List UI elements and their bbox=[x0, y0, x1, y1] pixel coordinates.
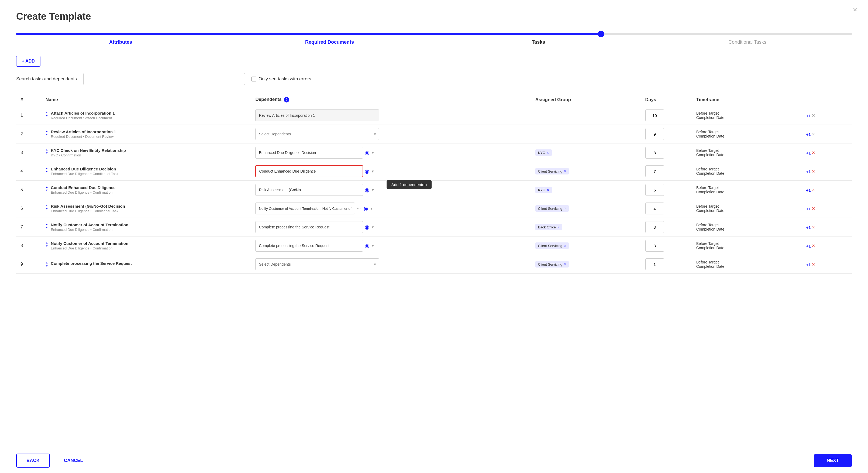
dependent-input[interactable] bbox=[255, 240, 363, 252]
clear-dependent-button[interactable]: ◉ bbox=[365, 187, 369, 193]
up-arrow[interactable]: ▲ bbox=[45, 261, 48, 264]
down-arrow[interactable]: ▼ bbox=[45, 207, 48, 210]
row-arrows[interactable]: ▲ ▼ bbox=[45, 129, 48, 136]
delete-row-button[interactable]: × bbox=[812, 206, 815, 212]
dependent-select[interactable]: Select Dependents bbox=[255, 128, 379, 140]
delete-row-button[interactable]: × bbox=[812, 131, 815, 137]
down-arrow[interactable]: ▼ bbox=[45, 265, 48, 267]
row-arrows[interactable]: ▲ ▼ bbox=[45, 261, 48, 267]
clear-dependent-button[interactable]: ◉ bbox=[365, 149, 369, 156]
row-name-cell: ▲ ▼ Notify Customer of Account Terminati… bbox=[41, 218, 251, 237]
remove-group-button[interactable]: × bbox=[564, 169, 566, 173]
row-actions: +1 × bbox=[802, 255, 852, 274]
step-tasks[interactable]: Tasks bbox=[434, 39, 643, 45]
delete-row-button[interactable]: × bbox=[812, 150, 815, 156]
close-button[interactable]: × bbox=[853, 5, 857, 14]
days-input[interactable] bbox=[645, 147, 664, 158]
add-dependent-button[interactable]: +1 bbox=[806, 225, 811, 230]
dependent-input[interactable] bbox=[255, 110, 379, 121]
col-days: Days bbox=[641, 94, 692, 106]
down-arrow[interactable]: ▼ bbox=[45, 152, 48, 154]
up-arrow[interactable]: ▲ bbox=[45, 185, 48, 188]
down-arrow[interactable]: ▼ bbox=[45, 189, 48, 192]
clear-dependent-button[interactable]: ◉ bbox=[365, 242, 369, 249]
row-arrows[interactable]: ▲ ▼ bbox=[45, 167, 48, 173]
days-input[interactable] bbox=[645, 165, 664, 177]
row-name-cell: ▲ ▼ Review Articles of Incorporation 1 R… bbox=[41, 125, 251, 144]
progress-dot bbox=[598, 31, 604, 37]
add-dependent-button[interactable]: +1 bbox=[806, 188, 811, 193]
clear-dependent-button[interactable]: ◉ bbox=[363, 205, 368, 212]
add-dependent-button[interactable]: +1 bbox=[806, 132, 811, 137]
days-input[interactable] bbox=[645, 258, 664, 270]
errors-filter-checkbox[interactable] bbox=[251, 77, 256, 82]
row-arrows[interactable]: ▲ ▼ bbox=[45, 241, 48, 247]
up-arrow[interactable]: ▲ bbox=[45, 204, 48, 207]
add-dependent-button[interactable]: +1 bbox=[806, 151, 811, 155]
row-arrows[interactable]: ▲ ▼ bbox=[45, 111, 48, 117]
dependent-input[interactable] bbox=[255, 203, 355, 214]
step-required-documents[interactable]: Required Documents bbox=[225, 39, 434, 45]
down-arrow[interactable]: ▼ bbox=[45, 226, 48, 229]
remove-group-button[interactable]: × bbox=[547, 188, 549, 192]
more-dependents-button[interactable]: ··· bbox=[356, 206, 361, 211]
dependent-input[interactable] bbox=[255, 221, 363, 233]
delete-row-button[interactable]: × bbox=[812, 113, 815, 119]
remove-group-button[interactable]: × bbox=[564, 262, 566, 266]
table-row: 9 ▲ ▼ Complete processing the Service Re… bbox=[16, 255, 852, 274]
up-arrow[interactable]: ▲ bbox=[45, 111, 48, 114]
up-arrow[interactable]: ▲ bbox=[45, 167, 48, 170]
clear-dependent-button[interactable]: ◉ bbox=[365, 224, 369, 230]
days-input[interactable] bbox=[645, 240, 664, 252]
col-dependents: Dependents ? bbox=[251, 94, 531, 106]
days-input[interactable] bbox=[645, 128, 664, 140]
dependent-input[interactable] bbox=[255, 165, 363, 177]
add-dependent-button[interactable]: +1 bbox=[806, 262, 811, 267]
left-actions: BACK CANCEL bbox=[16, 453, 93, 468]
down-arrow[interactable]: ▼ bbox=[45, 170, 48, 173]
days-input[interactable] bbox=[645, 203, 664, 214]
down-arrow[interactable]: ▼ bbox=[45, 244, 48, 247]
next-button[interactable]: NEXT bbox=[814, 454, 852, 467]
down-arrow[interactable]: ▼ bbox=[45, 133, 48, 136]
row-arrows[interactable]: ▲ ▼ bbox=[45, 185, 48, 192]
back-button[interactable]: BACK bbox=[16, 453, 50, 468]
dependent-select[interactable]: Select Dependents bbox=[255, 258, 379, 270]
delete-row-button[interactable]: × bbox=[812, 168, 815, 175]
delete-row-button[interactable]: × bbox=[812, 187, 815, 193]
remove-group-button[interactable]: × bbox=[564, 243, 566, 248]
add-dependent-button[interactable]: +1 bbox=[806, 169, 811, 174]
task-sub: Enhanced Due Diligence • Confirmation bbox=[51, 190, 116, 195]
remove-group-button[interactable]: × bbox=[557, 225, 560, 229]
row-arrows[interactable]: ▲ ▼ bbox=[45, 148, 48, 154]
row-timeframe: Before TargetCompletion Date bbox=[692, 199, 802, 218]
row-arrows[interactable]: ▲ ▼ bbox=[45, 223, 48, 229]
row-timeframe: Before TargetCompletion Date bbox=[692, 255, 802, 274]
delete-row-button[interactable]: × bbox=[812, 243, 815, 249]
step-attributes[interactable]: Attributes bbox=[16, 39, 225, 45]
up-arrow[interactable]: ▲ bbox=[45, 148, 48, 151]
dependents-help-icon[interactable]: ? bbox=[284, 97, 289, 102]
days-input[interactable] bbox=[645, 221, 664, 233]
up-arrow[interactable]: ▲ bbox=[45, 223, 48, 226]
down-arrow[interactable]: ▼ bbox=[45, 114, 48, 117]
clear-dependent-button[interactable]: ◉ bbox=[365, 168, 369, 175]
add-dependent-button[interactable]: +1 bbox=[806, 244, 811, 248]
days-input[interactable] bbox=[645, 110, 664, 121]
delete-row-button[interactable]: × bbox=[812, 224, 815, 230]
search-input[interactable] bbox=[83, 73, 245, 85]
dependent-input[interactable] bbox=[255, 184, 363, 196]
add-button[interactable]: + ADD bbox=[16, 56, 40, 67]
remove-group-button[interactable]: × bbox=[564, 206, 566, 211]
add-dependent-button[interactable]: +1 bbox=[806, 114, 811, 118]
row-arrows[interactable]: ▲ ▼ bbox=[45, 204, 48, 210]
cancel-button[interactable]: CANCEL bbox=[54, 453, 93, 468]
dependent-input[interactable] bbox=[255, 147, 363, 158]
add-dependent-button[interactable]: +1 bbox=[806, 207, 811, 211]
remove-group-button[interactable]: × bbox=[547, 150, 549, 155]
up-arrow[interactable]: ▲ bbox=[45, 129, 48, 132]
days-input[interactable] bbox=[645, 184, 664, 196]
up-arrow[interactable]: ▲ bbox=[45, 241, 48, 244]
step-conditional-tasks[interactable]: Conditional Tasks bbox=[643, 39, 852, 45]
delete-row-button[interactable]: × bbox=[812, 261, 815, 267]
